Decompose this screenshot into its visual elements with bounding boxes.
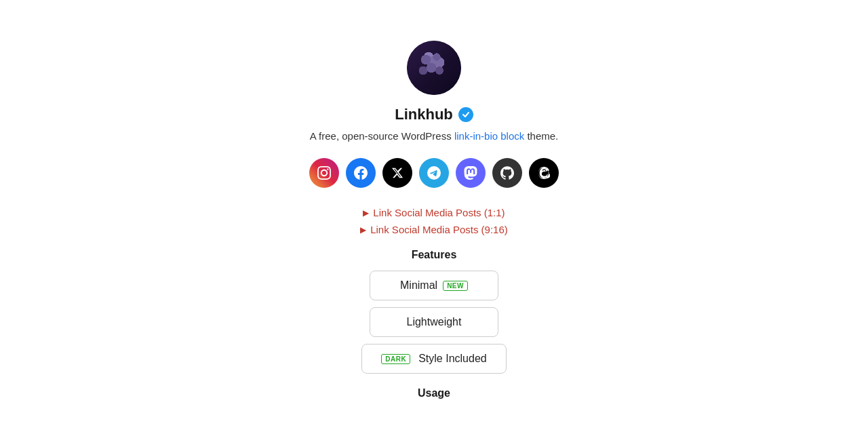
description-prefix: A free, open-source WordPress <box>310 130 454 142</box>
feature-dark-label: Style Included <box>418 353 487 365</box>
feature-lightweight[interactable]: Lightweight <box>370 307 498 337</box>
social-icon-threads[interactable] <box>529 158 559 188</box>
avatar-container <box>407 41 461 95</box>
usage-title: Usage <box>163 387 705 399</box>
social-icon-mastodon[interactable] <box>456 158 486 188</box>
link-arrow-1: ▶ <box>363 208 369 218</box>
title-row: Linkhub <box>395 106 473 123</box>
link-social-media-9-16[interactable]: ▶ Link Social Media Posts (9:16) <box>360 224 508 235</box>
social-icon-telegram[interactable] <box>419 158 449 188</box>
social-icon-instagram[interactable] <box>309 158 339 188</box>
badge-dark: DARK <box>381 354 410 364</box>
social-icon-facebook[interactable] <box>346 158 376 188</box>
link-label-1: Link Social Media Posts (1:1) <box>373 207 505 218</box>
features-title: Features <box>412 249 457 261</box>
avatar <box>407 41 461 95</box>
feature-dark-style[interactable]: DARK Style Included <box>361 344 506 374</box>
features-section: Minimal NEW Lightweight DARK Style Inclu… <box>163 271 705 374</box>
feature-minimal[interactable]: Minimal NEW <box>370 271 498 300</box>
badge-new: NEW <box>443 281 468 291</box>
description-suffix: theme. <box>524 130 558 142</box>
social-icon-github[interactable] <box>492 158 522 188</box>
description-link[interactable]: link-in-bio block <box>454 130 524 142</box>
social-icon-x-twitter[interactable] <box>382 158 412 188</box>
description: A free, open-source WordPress link-in-bi… <box>310 130 559 142</box>
feature-lightweight-label: Lightweight <box>407 316 462 328</box>
feature-minimal-label: Minimal <box>400 279 437 292</box>
link-social-media-1-1[interactable]: ▶ Link Social Media Posts (1:1) <box>363 207 505 218</box>
main-container: Linkhub A free, open-source WordPress li… <box>163 41 705 409</box>
link-label-2: Link Social Media Posts (9:16) <box>370 224 508 235</box>
social-icons-container <box>309 158 559 188</box>
links-section: ▶ Link Social Media Posts (1:1) ▶ Link S… <box>360 207 508 235</box>
link-arrow-2: ▶ <box>360 225 366 235</box>
avatar-image <box>407 41 461 95</box>
site-title: Linkhub <box>395 106 453 123</box>
verified-icon <box>458 107 473 122</box>
